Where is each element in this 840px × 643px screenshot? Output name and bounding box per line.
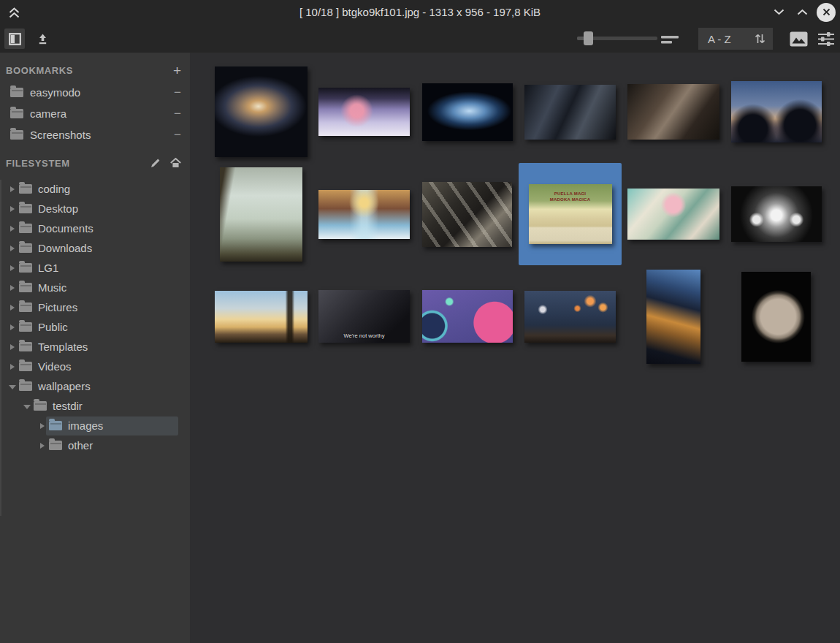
tree-scrollbar[interactable] (0, 180, 1, 516)
folder-label: other (68, 439, 93, 452)
bookmark-item-easymodo[interactable]: easymodo− (0, 82, 190, 103)
thumbnail-nebula-portrait[interactable] (646, 270, 700, 364)
filesystem-item-Pictures[interactable]: Pictures (0, 297, 190, 317)
thumbnail-cell[interactable] (210, 265, 313, 368)
thumbnail-cell[interactable] (622, 265, 725, 368)
folder-icon (34, 401, 47, 411)
thumbnail-cell[interactable] (725, 163, 828, 265)
expand-arrow-icon[interactable] (9, 285, 16, 291)
expand-arrow-icon[interactable] (9, 305, 16, 311)
filesystem-item-LG1[interactable]: LG1 (0, 258, 190, 278)
bookmarks-header: BOOKMARKS + (6, 60, 181, 80)
collapse-arrow-icon[interactable] (23, 403, 31, 409)
folder-label: Templates (38, 340, 88, 353)
home-button[interactable] (170, 158, 181, 168)
thumbnail-cell[interactable] (210, 163, 313, 265)
bookmarks-title: BOOKMARKS (6, 65, 73, 76)
filesystem-item-Templates[interactable]: Templates (0, 337, 190, 357)
thumbnail-snowy-forest-path[interactable] (318, 190, 410, 239)
thumbnail-were-not-worthy-still[interactable]: We're not worthy (318, 290, 410, 343)
thumbnail-space-station-interior[interactable] (524, 85, 616, 140)
thumbnail-cell[interactable] (519, 265, 622, 368)
minimize-button[interactable] (770, 4, 787, 21)
thumbnail-cell[interactable] (416, 61, 519, 163)
thumbnail-touhou-silhouettes-sunset[interactable] (731, 81, 822, 142)
thumbnail-cell[interactable] (725, 61, 828, 163)
thumbnail-waterfall-painting[interactable] (220, 167, 302, 262)
bookmark-item-Screenshots[interactable]: Screenshots− (0, 124, 190, 145)
thumbnail-cell[interactable] (313, 61, 416, 163)
thumbnail-cell[interactable] (210, 61, 313, 163)
expand-arrow-icon[interactable] (9, 324, 16, 330)
window-title: [ 10/18 ] btgko9kf101.jpg - 1313 x 956 -… (0, 6, 840, 18)
expand-arrow-icon[interactable] (9, 265, 16, 271)
sort-order-dropdown[interactable]: A - Z (698, 28, 773, 50)
bookmark-item-camera[interactable]: camera− (0, 103, 190, 124)
double-chevron-up-icon[interactable] (6, 4, 22, 20)
folder-icon (10, 109, 23, 118)
thumbnail-size-slider[interactable] (577, 37, 657, 40)
thumbnail-cell[interactable] (416, 163, 519, 265)
thumbnail-cell[interactable] (622, 61, 725, 163)
thumbnail-blue-light-waves[interactable] (422, 83, 513, 141)
thumbnail-abbey-road-parody[interactable]: PUELLA MAGI MADOKA MAGICA (529, 184, 612, 244)
pencil-icon (150, 158, 161, 168)
maximize-button[interactable] (793, 4, 811, 21)
thumbnail-cell[interactable] (313, 163, 416, 265)
add-bookmark-button[interactable]: + (173, 64, 181, 77)
thumbnail-flat-space-illustration[interactable] (422, 290, 513, 343)
expand-arrow-icon[interactable] (9, 364, 16, 370)
filesystem-item-Documents[interactable]: Documents (0, 218, 190, 238)
filesystem-item-Videos[interactable]: Videos (0, 357, 190, 376)
thumbnail-cell[interactable] (519, 61, 622, 163)
bookmarks-list: easymodo−camera−Screenshots− (0, 82, 190, 145)
filesystem-item-Music[interactable]: Music (0, 278, 190, 297)
sort-lines-button[interactable] (660, 31, 680, 46)
filesystem-item-Desktop[interactable]: Desktop (0, 199, 190, 218)
expand-arrow-icon[interactable] (9, 246, 16, 251)
folder-icon (19, 224, 32, 233)
expand-arrow-icon[interactable] (39, 423, 46, 429)
edit-path-button[interactable] (150, 158, 161, 168)
filesystem-item-testdir[interactable]: testdir (0, 396, 190, 416)
thumbnail-colorful-doodle-girl[interactable] (627, 189, 719, 240)
thumbnail-cell[interactable]: We're not worthy (313, 265, 416, 368)
toolbar: A - Z (0, 24, 840, 53)
settings-button[interactable] (817, 31, 836, 47)
filesystem-item-coding[interactable]: coding (0, 179, 190, 199)
thumbnail-cell[interactable] (725, 265, 828, 368)
home-icon (170, 158, 181, 168)
remove-bookmark-button[interactable]: − (174, 128, 181, 142)
thumbnail-andromeda-galaxy[interactable] (215, 66, 308, 157)
remove-bookmark-button[interactable]: − (174, 85, 181, 100)
image-view-button[interactable] (788, 30, 809, 47)
folder-icon (19, 283, 32, 292)
sidebar-toggle-button[interactable] (4, 28, 25, 49)
filesystem-item-Downloads[interactable]: Downloads (0, 238, 190, 258)
thumbnail-spaceship-dock[interactable] (627, 84, 719, 140)
expand-arrow-icon[interactable] (39, 443, 46, 449)
expand-arrow-icon[interactable] (9, 186, 16, 192)
expand-arrow-icon[interactable] (9, 344, 16, 350)
thumbnail-monochrome-anime-city[interactable] (731, 186, 822, 242)
filesystem-item-wallpapers[interactable]: wallpapers (0, 376, 190, 396)
thumbnail-dark-anime-knight[interactable] (422, 182, 512, 247)
filesystem-item-other[interactable]: other (0, 435, 190, 455)
thumbnail-cell[interactable] (622, 163, 725, 265)
thumbnail-caption: We're not worthy (318, 332, 410, 339)
thumbnail-powerlines-sunset[interactable] (215, 291, 308, 343)
filesystem-item-Public[interactable]: Public (0, 317, 190, 337)
remove-bookmark-button[interactable]: − (174, 107, 181, 121)
slider-handle[interactable] (584, 31, 593, 45)
close-button[interactable] (817, 3, 836, 22)
expand-arrow-icon[interactable] (9, 206, 16, 212)
expand-arrow-icon[interactable] (9, 226, 16, 232)
thumbnail-pink-haired-girl-field[interactable] (318, 88, 410, 136)
thumbnail-cell[interactable] (416, 265, 519, 368)
filesystem-item-images[interactable]: images (0, 416, 190, 435)
collapse-arrow-icon[interactable] (9, 383, 16, 389)
open-folder-up-button[interactable] (34, 29, 51, 48)
thumbnail-waning-moon[interactable] (741, 272, 811, 362)
thumbnail-cell-selected[interactable]: PUELLA MAGI MADOKA MAGICA (519, 163, 622, 265)
thumbnail-warrior-sky-lanterns[interactable] (524, 291, 616, 343)
